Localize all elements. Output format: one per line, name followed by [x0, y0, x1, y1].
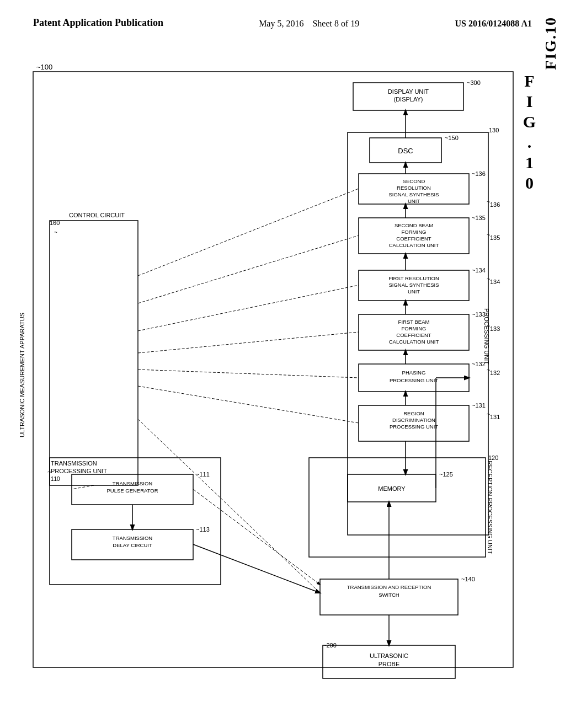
publication-number: US 2016/0124088 A1 — [455, 17, 532, 29]
svg-text:136: 136 — [490, 201, 500, 208]
svg-text:TRANSMISSION AND RECEPTION: TRANSMISSION AND RECEPTION — [347, 584, 431, 590]
publication-date-sheet: May 5, 2016 Sheet 8 of 19 — [259, 17, 359, 29]
svg-text:~: ~ — [487, 411, 490, 417]
svg-text:TRANSMISSION: TRANSMISSION — [51, 460, 97, 467]
svg-text:~113: ~113 — [196, 526, 210, 533]
svg-text:~: ~ — [487, 276, 490, 282]
svg-text:PROBE: PROBE — [379, 661, 400, 667]
svg-text:RECEPTION PROCESSING UNIT: RECEPTION PROCESSING UNIT — [487, 461, 493, 554]
svg-text:SIGNAL SYNTHESIS: SIGNAL SYNTHESIS — [389, 282, 439, 288]
svg-text:~: ~ — [487, 199, 490, 205]
sheet-number: Sheet 8 of 19 — [312, 19, 359, 28]
svg-text:~100: ~100 — [36, 63, 52, 71]
svg-line-96 — [138, 386, 359, 423]
svg-text:MEMORY: MEMORY — [378, 485, 406, 492]
svg-text:ULTRASONIC MEASUREMENT APPARAT: ULTRASONIC MEASUREMENT APPARATUS — [19, 313, 25, 437]
svg-text:~132: ~132 — [472, 361, 486, 367]
svg-text:SECOND BEAM: SECOND BEAM — [395, 222, 433, 228]
svg-text:130: 130 — [489, 127, 499, 133]
svg-text:FIRST BEAM: FIRST BEAM — [398, 319, 430, 325]
svg-text:SWITCH: SWITCH — [379, 592, 399, 598]
svg-text:~135: ~135 — [472, 215, 486, 221]
svg-rect-56 — [309, 458, 486, 557]
svg-text:CALCULATION UNIT: CALCULATION UNIT — [389, 339, 439, 345]
figure-label: FIG.10 — [520, 72, 539, 194]
svg-text:COEFFICIENT: COEFFICIENT — [396, 235, 431, 242]
svg-text:132: 132 — [490, 370, 500, 376]
svg-line-91 — [138, 189, 359, 276]
svg-line-92 — [138, 235, 359, 303]
svg-text:120: 120 — [488, 454, 498, 461]
svg-text:RESOLUTION: RESOLUTION — [397, 185, 431, 191]
svg-text:REGION: REGION — [403, 410, 424, 416]
svg-text:SIGNAL SYNTHESIS: SIGNAL SYNTHESIS — [389, 191, 439, 197]
svg-text:PHASING: PHASING — [402, 370, 426, 376]
svg-text:~: ~ — [487, 367, 490, 373]
svg-line-98 — [138, 419, 320, 593]
svg-text:PROCESSING UNIT: PROCESSING UNIT — [51, 468, 107, 474]
svg-text:~140: ~140 — [461, 576, 475, 582]
svg-text:DSC: DSC — [398, 147, 413, 155]
svg-text:FIRST RESOLUTION: FIRST RESOLUTION — [388, 275, 439, 281]
svg-text:~133: ~133 — [472, 311, 486, 318]
svg-text:~: ~ — [487, 323, 490, 329]
svg-text:110: 110 — [51, 476, 60, 482]
svg-text:~: ~ — [54, 229, 57, 235]
svg-text:PULSE GENERATOR: PULSE GENERATOR — [106, 488, 158, 494]
publication-title: Patent Application Publication — [33, 17, 163, 29]
svg-text:COEFFICIENT: COEFFICIENT — [396, 332, 431, 338]
svg-line-85 — [193, 489, 320, 585]
svg-text:ULTRASONIC: ULTRASONIC — [370, 652, 408, 659]
svg-text:~300: ~300 — [467, 79, 481, 86]
svg-text:~200: ~200 — [323, 642, 337, 649]
svg-text:PROCESSING UNIT: PROCESSING UNIT — [390, 377, 438, 383]
svg-text:DISPLAY UNIT: DISPLAY UNIT — [388, 88, 429, 95]
svg-text:~125: ~125 — [439, 471, 453, 478]
svg-text:CONTROL CIRCUIT: CONTROL CIRCUIT — [69, 212, 125, 218]
svg-text:~: ~ — [47, 469, 51, 475]
svg-line-93 — [138, 285, 359, 331]
svg-text:131: 131 — [490, 414, 500, 420]
svg-line-94 — [138, 332, 359, 353]
svg-text:133: 133 — [490, 325, 500, 332]
svg-text:~134: ~134 — [472, 267, 486, 274]
svg-line-95 — [138, 370, 359, 378]
svg-text:FORMING: FORMING — [402, 229, 427, 235]
page-header: Patent Application Publication May 5, 20… — [0, 0, 565, 35]
svg-text:135: 135 — [490, 234, 500, 241]
svg-text:UNIT: UNIT — [408, 198, 420, 204]
svg-text:PROCESSING UNIT: PROCESSING UNIT — [390, 424, 438, 430]
svg-text:~: ~ — [487, 232, 490, 238]
svg-text:~136: ~136 — [472, 170, 486, 177]
svg-text:(DISPLAY): (DISPLAY) — [394, 96, 423, 103]
svg-text:~131: ~131 — [472, 402, 486, 409]
svg-text:UNIT: UNIT — [408, 288, 420, 295]
svg-text:DISCRIMINATION: DISCRIMINATION — [392, 417, 435, 423]
svg-text:TRANSMISSION: TRANSMISSION — [113, 480, 152, 486]
svg-text:CALCULATION UNIT: CALCULATION UNIT — [389, 242, 439, 248]
svg-line-97 — [72, 485, 94, 489]
svg-text:160: 160 — [50, 220, 60, 226]
svg-text:DELAY CIRCUIT: DELAY CIRCUIT — [113, 542, 152, 548]
svg-text:TRANSMISSION: TRANSMISSION — [113, 535, 152, 541]
svg-text:FORMING: FORMING — [402, 325, 427, 331]
svg-rect-70 — [50, 458, 221, 585]
svg-line-84 — [193, 544, 320, 593]
svg-text:~111: ~111 — [196, 471, 210, 478]
svg-text:SECOND: SECOND — [403, 178, 425, 184]
publication-date: May 5, 2016 — [259, 19, 303, 28]
svg-text:~150: ~150 — [445, 135, 459, 141]
svg-rect-3 — [50, 221, 138, 485]
svg-text:134: 134 — [490, 279, 500, 285]
block-diagram: ~100 ULTRASONIC MEASUREMENT APPARATUS CO… — [17, 55, 557, 706]
